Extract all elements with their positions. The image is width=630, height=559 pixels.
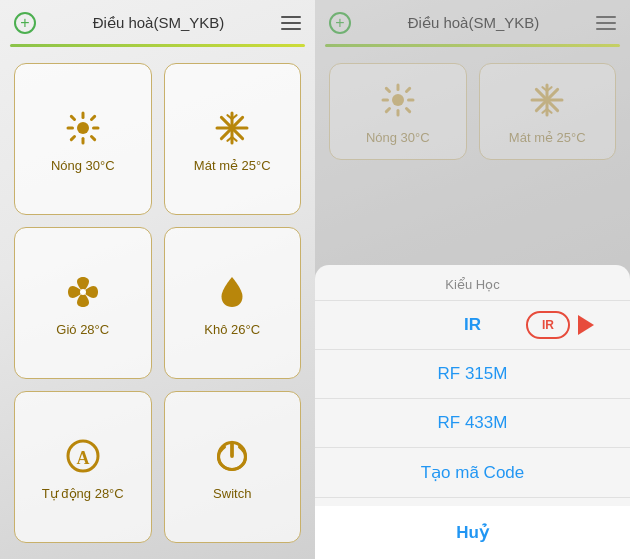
dropdown-label-createcode: Tạo mã Code <box>421 463 525 482</box>
dropdown-label-ir: IR <box>464 315 481 334</box>
mode-card-auto[interactable]: A Tự động 28°C <box>14 391 152 543</box>
mode-label-cool: Mát mẻ 25°C <box>194 158 271 173</box>
dropdown-item-ir[interactable]: IR IR <box>315 301 630 350</box>
left-mode-grid: Nóng 30°C Mát mẻ 25°C <box>0 47 315 559</box>
drop-icon <box>214 274 250 314</box>
mode-card-dry[interactable]: Khô 26°C <box>164 227 302 379</box>
svg-line-7 <box>91 116 94 119</box>
left-title: Điều hoà(SM_YKB) <box>36 14 281 32</box>
svg-point-0 <box>77 122 89 134</box>
svg-point-18 <box>80 289 86 295</box>
mode-label-auto: Tự động 28°C <box>42 486 124 501</box>
mode-label-fan: Gió 28°C <box>56 322 109 337</box>
svg-text:A: A <box>76 447 89 467</box>
mode-card-cool[interactable]: Mát mẻ 25°C <box>164 63 302 215</box>
dropdown-item-rf315[interactable]: RF 315M <box>315 350 630 399</box>
ir-label-inner: IR <box>542 318 554 332</box>
svg-line-6 <box>91 136 94 139</box>
dropdown-overlay: Kiểu Học IR IR RF 315M RF 433M <box>315 0 630 559</box>
auto-icon: A <box>65 438 101 478</box>
left-menu-button[interactable] <box>281 16 301 30</box>
dropdown-sheet: Kiểu Học IR IR RF 315M RF 433M <box>315 265 630 559</box>
menu-line-3 <box>281 28 301 30</box>
svg-point-13 <box>229 125 235 131</box>
dropdown-label-rf433: RF 433M <box>438 413 508 432</box>
menu-line-2 <box>281 22 301 24</box>
ir-arrow-circle: IR <box>526 311 570 339</box>
svg-line-8 <box>71 136 74 139</box>
mode-card-switch[interactable]: Switch <box>164 391 302 543</box>
mode-label-dry: Khô 26°C <box>204 322 260 337</box>
left-add-button[interactable]: + <box>14 12 36 34</box>
dropdown-title: Kiểu Học <box>315 265 630 301</box>
sun-icon <box>65 110 101 150</box>
right-panel: + Điều hoà(SM_YKB) <box>315 0 630 559</box>
left-add-icon: + <box>20 14 29 32</box>
ir-arrow-indicator: IR <box>526 311 594 339</box>
snowflake-icon <box>214 110 250 150</box>
dropdown-cancel-button[interactable]: Huỷ <box>315 506 630 559</box>
dropdown-item-rf433[interactable]: RF 433M <box>315 399 630 448</box>
dropdown-item-createcode[interactable]: Tạo mã Code <box>315 448 630 498</box>
power-icon <box>214 438 250 478</box>
dropdown-cancel-label: Huỷ <box>456 523 489 542</box>
mode-card-hot[interactable]: Nóng 30°C <box>14 63 152 215</box>
left-panel: + Điều hoà(SM_YKB) <box>0 0 315 559</box>
mode-label-hot: Nóng 30°C <box>51 158 115 173</box>
fan-icon <box>65 274 101 314</box>
mode-card-fan[interactable]: Gió 28°C <box>14 227 152 379</box>
mode-label-switch: Switch <box>213 486 251 501</box>
left-top-bar: + Điều hoà(SM_YKB) <box>0 0 315 44</box>
dropdown-label-rf315: RF 315M <box>438 364 508 383</box>
menu-line-1 <box>281 16 301 18</box>
svg-line-5 <box>71 116 74 119</box>
ir-arrow-right <box>578 315 594 335</box>
